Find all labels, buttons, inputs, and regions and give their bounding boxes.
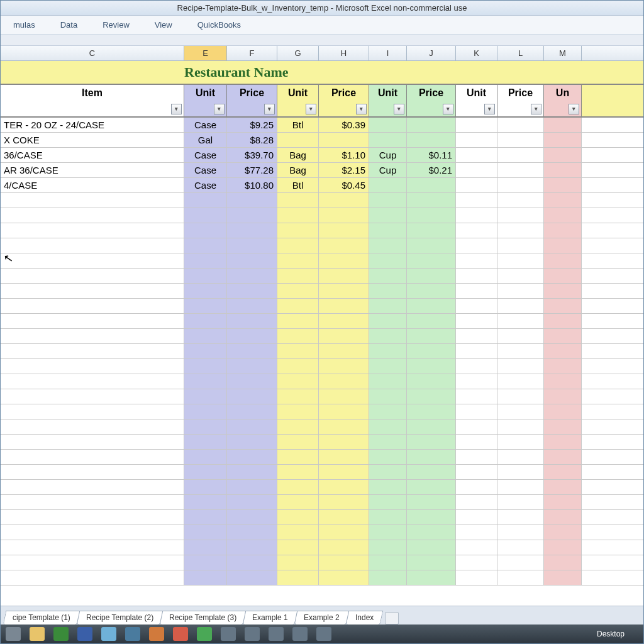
cell[interactable] [544,163,582,177]
app-icon[interactable] [125,627,140,641]
cell[interactable] [319,374,369,389]
cell[interactable] [227,329,277,343]
cell[interactable] [497,450,544,464]
filter-dropdown-icon[interactable] [306,104,316,114]
cell[interactable] [277,193,319,208]
cell[interactable] [369,269,407,283]
cell[interactable]: $0.21 [407,163,456,177]
cell[interactable] [227,374,277,389]
cell[interactable] [227,208,277,223]
filter-dropdown-icon[interactable] [356,104,367,114]
cell[interactable] [544,284,582,298]
cell[interactable] [184,480,227,494]
cell[interactable] [456,480,497,494]
cell[interactable] [277,525,319,540]
cell[interactable] [497,163,544,177]
sheet-tab[interactable]: Example 2 [294,611,349,625]
cell[interactable] [369,223,407,238]
table-row[interactable] [1,570,643,586]
table-row[interactable] [1,329,643,344]
table-row[interactable] [1,465,643,480]
cell[interactable] [497,253,544,268]
cell[interactable] [319,480,369,494]
cell[interactable] [369,389,407,404]
cell[interactable] [369,208,407,223]
cell[interactable] [277,435,319,449]
cell[interactable] [1,389,184,404]
table-row[interactable]: AR 36/CASECase$77.28Bag$2.15Cup$0.21 [1,163,643,178]
cell[interactable] [319,299,369,313]
table-header-cell[interactable]: Price [319,85,369,116]
cell[interactable]: $39.70 [227,148,277,162]
table-row[interactable] [1,404,643,419]
cell[interactable] [227,450,277,464]
cell[interactable] [277,208,319,223]
cell[interactable] [1,374,184,389]
sheet-tab[interactable]: Example 1 [243,611,297,625]
column-header[interactable]: M [544,46,582,60]
cell[interactable] [407,404,456,419]
cell[interactable]: $9.25 [227,118,277,132]
cell[interactable] [497,329,544,343]
new-sheet-icon[interactable] [385,612,399,625]
cell[interactable] [319,269,369,283]
cell[interactable] [407,555,456,570]
cell[interactable] [497,435,544,449]
cell[interactable] [184,344,227,358]
cell[interactable]: Case [184,178,227,192]
cell[interactable] [369,480,407,494]
column-header[interactable]: E [184,46,227,60]
table-row[interactable] [1,314,643,329]
cell[interactable] [497,193,544,208]
cell[interactable] [277,133,319,147]
cell[interactable] [277,465,319,479]
table-header-cell[interactable]: Unit [456,85,497,116]
table-row[interactable] [1,269,643,284]
cell[interactable] [369,374,407,389]
cell[interactable] [456,374,497,389]
column-header[interactable]: L [497,46,544,60]
cell[interactable] [184,419,227,434]
cell[interactable] [227,435,277,449]
cell[interactable]: Bag [277,148,319,162]
cell[interactable] [227,344,277,358]
cell[interactable] [407,133,456,147]
cell[interactable] [319,314,369,328]
cell[interactable] [456,314,497,328]
app-icon[interactable] [149,627,164,641]
cell[interactable]: $0.45 [319,178,369,192]
cell[interactable] [227,555,277,570]
cell[interactable] [184,540,227,555]
cell[interactable] [277,359,319,374]
cell[interactable] [456,118,497,132]
cell[interactable] [456,525,497,540]
cell[interactable] [497,238,544,253]
cell[interactable] [1,510,184,525]
cell[interactable] [184,570,227,585]
table-row[interactable] [1,540,643,555]
cell[interactable] [369,118,407,132]
cell[interactable] [544,253,582,268]
cell[interactable] [407,480,456,494]
cell[interactable] [227,480,277,494]
cell[interactable] [544,450,582,464]
cell[interactable] [544,208,582,223]
cell[interactable] [497,208,544,223]
cell[interactable] [544,329,582,343]
table-row[interactable] [1,284,643,299]
cell[interactable] [456,163,497,177]
cell[interactable] [407,208,456,223]
cell[interactable] [456,178,497,192]
cell[interactable] [497,525,544,540]
cell[interactable] [544,359,582,374]
cell[interactable] [1,269,184,283]
cell[interactable] [277,450,319,464]
cell[interactable] [1,193,184,208]
cell[interactable] [544,314,582,328]
cell[interactable] [407,435,456,449]
cell[interactable] [456,419,497,434]
cell[interactable] [227,404,277,419]
cell[interactable] [227,314,277,328]
cell[interactable] [407,118,456,132]
cell[interactable]: Bag [277,163,319,177]
